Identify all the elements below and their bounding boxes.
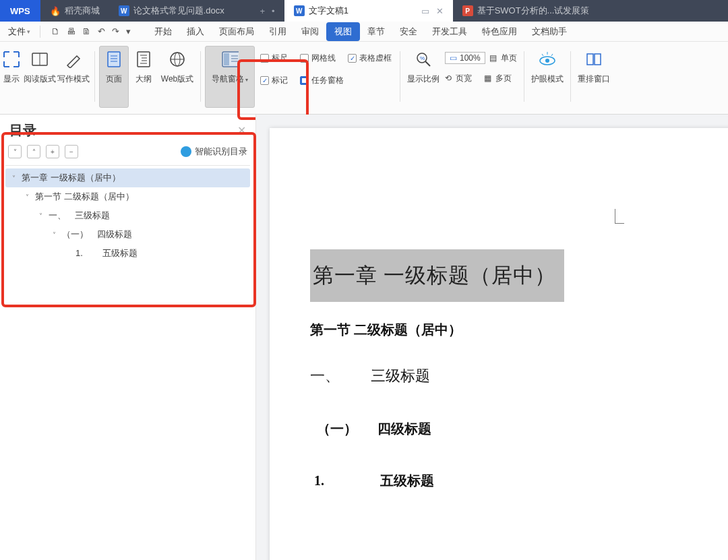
expand-all-icon[interactable]: ˄ <box>27 145 40 158</box>
btn-label: 阅读版式 <box>24 73 56 85</box>
menu-特色应用[interactable]: 特色应用 <box>475 22 524 41</box>
window-icon[interactable]: ▭ <box>421 6 429 16</box>
h3-text: 三级标题 <box>371 367 430 384</box>
doc-heading-3[interactable]: 一、三级标题 <box>310 366 728 386</box>
tree-node-label: 第一节 二级标题（居中） <box>35 191 134 203</box>
chk-label: 标记 <box>272 75 288 86</box>
svg-line-26 <box>551 54 553 56</box>
menu-章节[interactable]: 章节 <box>360 22 392 41</box>
btn-fullscreen[interactable]: 显示 <box>0 46 23 108</box>
btn-label: 大纲 <box>135 73 152 85</box>
print-icon[interactable]: 🖶 <box>67 26 75 36</box>
tree-node[interactable]: ˅一、 三级标题 <box>5 206 250 225</box>
tab-swot[interactable]: P 基于SWOT分析的...试发展策 <box>453 0 599 22</box>
tree-node-label: 1. 五级标题 <box>75 247 138 259</box>
separator <box>524 51 524 102</box>
redo-icon[interactable]: ↷ <box>112 26 119 36</box>
menu-页面布局[interactable]: 页面布局 <box>212 22 262 41</box>
menu-引用[interactable]: 引用 <box>262 22 294 41</box>
btn-zoom-ratio[interactable]: % 显示比例 <box>404 46 442 108</box>
menu-审阅[interactable]: 审阅 <box>294 22 326 41</box>
btn-nav-pane[interactable]: 导航窗格▾ <box>205 46 255 108</box>
nav-title: 目录 <box>9 121 36 139</box>
menu-bar: 文件▾ 🗋 🖶 🗎 ↶ ↷ ▾ 开始插入页面布局引用审阅视图章节安全开发工具特色… <box>0 22 728 42</box>
separator <box>570 51 571 102</box>
main-area: 目录 ✕ ˅ ˄ + − 智能识别目录 ˅第一章 一级标题（居中）˅第一节 二级… <box>0 115 728 560</box>
separator <box>40 26 40 38</box>
doc-heading-1[interactable]: 第一章 一级标题（居中） <box>310 249 564 302</box>
menu-插入[interactable]: 插入 <box>179 22 212 41</box>
chk-mark[interactable]: 标记 <box>260 75 288 86</box>
dot-icon[interactable]: • <box>272 6 275 16</box>
separator <box>400 51 400 102</box>
qat-dropdown-icon[interactable]: ▾ <box>126 26 131 36</box>
chk-grid[interactable]: 网格线 <box>300 53 336 64</box>
navpane-icon <box>221 51 239 68</box>
tab-active[interactable]: W 文字文稿1 ▭ ✕ <box>284 0 453 22</box>
tab-store[interactable]: 🔥 稻壳商城 <box>40 0 109 22</box>
btn-rearrange[interactable]: 重排窗口 <box>575 46 613 108</box>
remove-icon[interactable]: − <box>65 145 78 158</box>
btn-read-layout[interactable]: 阅读版式 <box>23 46 57 108</box>
doc-heading-4[interactable]: （一）四级标题 <box>317 420 728 438</box>
plus-icon[interactable]: + <box>260 6 265 16</box>
add-icon[interactable]: + <box>46 145 59 158</box>
menu-视图[interactable]: 视图 <box>326 22 360 41</box>
nav-close-icon[interactable]: ✕ <box>237 124 246 137</box>
btn-eye-care[interactable]: 护眼模式 <box>528 46 566 108</box>
ribbon-tabs: 开始插入页面布局引用审阅视图章节安全开发工具特色应用文档助手 <box>147 22 574 41</box>
chk-label: 网格线 <box>311 53 336 64</box>
smart-toc[interactable]: 智能识别目录 <box>181 146 247 158</box>
tab-active-label: 文字文稿1 <box>309 5 348 17</box>
menu-安全[interactable]: 安全 <box>392 22 425 41</box>
chevron-down-icon: ˅ <box>23 193 31 201</box>
single-page-icon[interactable]: ▤ <box>489 53 497 63</box>
menu-开发工具[interactable]: 开发工具 <box>425 22 475 41</box>
separator <box>94 51 95 102</box>
single-page-label: 单页 <box>501 53 517 64</box>
btn-label: Web版式 <box>161 73 193 85</box>
chk-table-dash[interactable]: 表格虚框 <box>348 53 392 64</box>
word-icon: W <box>119 5 129 16</box>
btn-write-mode[interactable]: 写作模式 <box>57 46 90 108</box>
tree-node[interactable]: ˅第一节 二级标题（居中） <box>5 187 250 206</box>
doc-heading-2[interactable]: 第一节 二级标题（居中） <box>310 321 728 339</box>
tab-doc1[interactable]: W 论文格式常见问题.docx + • <box>109 0 284 22</box>
chk-task-pane[interactable]: 任务窗格 <box>300 75 344 86</box>
save-icon[interactable]: 🗋 <box>51 26 60 36</box>
h4-number: （一） <box>317 420 377 438</box>
file-menu[interactable]: 文件▾ <box>3 24 36 39</box>
btn-outline[interactable]: 大纲 <box>129 46 158 108</box>
word-icon: W <box>294 5 305 16</box>
chevron-down-icon: ˅ <box>50 231 58 239</box>
tree-node-label: （一） 四级标题 <box>62 228 132 241</box>
cursor-indicator <box>615 209 624 224</box>
quick-access-toolbar: 🗋 🖶 🗎 ↶ ↷ ▾ <box>44 26 138 36</box>
eye-icon <box>539 51 556 68</box>
nav-tool-buttons: ˅ ˄ + − <box>8 145 78 158</box>
menu-开始[interactable]: 开始 <box>147 22 179 41</box>
undo-icon[interactable]: ↶ <box>98 26 105 36</box>
fire-icon: 🔥 <box>50 6 61 16</box>
svg-rect-15 <box>224 53 229 65</box>
multi-page-icon[interactable]: ▦ <box>484 73 491 83</box>
zoom-value: 100% <box>460 53 481 63</box>
tree-node[interactable]: ˅（一） 四级标题 <box>5 225 250 244</box>
svg-line-20 <box>425 61 430 66</box>
menu-文档助手[interactable]: 文档助手 <box>524 22 574 41</box>
chevron-down-icon: ˅ <box>9 175 18 182</box>
btn-page-view[interactable]: 页面 <box>99 46 129 108</box>
zoom-value-box[interactable]: ▭100% <box>445 52 485 64</box>
document-area[interactable]: 第一章 一级标题（居中） 第一节 二级标题（居中） 一、三级标题 （一）四级标题… <box>256 115 728 560</box>
btn-web-layout[interactable]: Web版式 <box>158 46 196 108</box>
close-icon[interactable]: ✕ <box>436 6 444 16</box>
tab-active-controls: ▭ ✕ <box>421 6 444 16</box>
collapse-all-icon[interactable]: ˅ <box>8 145 22 158</box>
preview-icon[interactable]: 🗎 <box>82 26 91 36</box>
doc-heading-5[interactable]: 1.五级标题 <box>314 472 728 490</box>
tree-node[interactable]: 1. 五级标题 <box>5 244 250 263</box>
page-width-icon[interactable]: ⟲ <box>445 73 452 83</box>
tab-wps[interactable]: WPS <box>0 0 40 22</box>
tree-node[interactable]: ˅第一章 一级标题（居中） <box>5 168 250 187</box>
chk-ruler[interactable]: 标尺 <box>260 53 288 64</box>
